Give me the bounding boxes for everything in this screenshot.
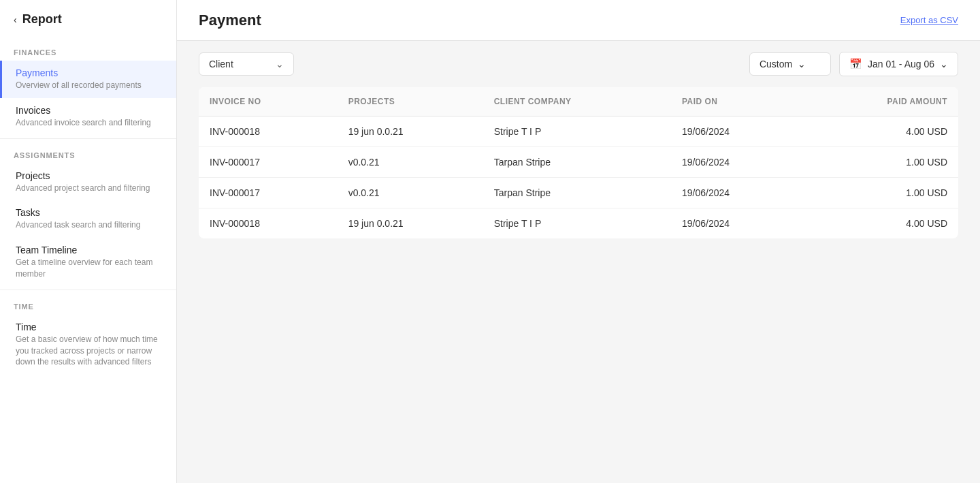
table-header: INVOICE NO PROJECTS CLIENT COMPANY PAID …	[199, 87, 958, 116]
sidebar-item-team-timeline-desc: Get a timeline overview for each team me…	[16, 257, 163, 280]
sidebar-item-payments[interactable]: Payments Overview of all recorded paymen…	[0, 61, 176, 98]
cell-paid-on: 19/06/2024	[671, 147, 802, 178]
col-projects: PROJECTS	[338, 87, 483, 116]
col-client-company: CLIENT COMPANY	[483, 87, 671, 116]
custom-period-label: Custom	[760, 59, 792, 69]
section-label-finances: FINANCES	[0, 39, 176, 61]
table-body: INV-000018 19 jun 0.0.21 Stripe T I P 19…	[199, 116, 958, 239]
cell-client-company: Stripe T I P	[483, 116, 671, 147]
sidebar-item-tasks-title: Tasks	[16, 207, 163, 218]
client-filter-dropdown[interactable]: Client ⌄	[199, 52, 294, 76]
sidebar-item-projects-desc: Advanced project search and filtering	[16, 183, 163, 194]
sidebar-item-time[interactable]: Time Get a basic overview of how much ti…	[0, 315, 176, 375]
cell-invoice-no: INV-000017	[199, 178, 338, 208]
payments-table: INVOICE NO PROJECTS CLIENT COMPANY PAID …	[199, 87, 958, 238]
cell-paid-amount: 1.00 USD	[802, 178, 958, 208]
sidebar: ‹ Report FINANCES Payments Overview of a…	[0, 0, 177, 483]
sidebar-item-projects[interactable]: Projects Advanced project search and fil…	[0, 163, 176, 201]
sidebar-item-team-timeline-title: Team Timeline	[16, 245, 163, 255]
date-range-dropdown[interactable]: 📅 Jan 01 - Aug 06 ⌄	[839, 52, 958, 76]
cell-projects: 19 jun 0.0.21	[338, 208, 483, 239]
cell-invoice-no: INV-000017	[199, 147, 338, 178]
main-header: Payment Export as CSV	[177, 0, 980, 41]
table-container: INVOICE NO PROJECTS CLIENT COMPANY PAID …	[177, 87, 980, 483]
chevron-down-icon-3: ⌄	[940, 59, 948, 69]
divider-1	[0, 138, 176, 139]
sidebar-item-time-title: Time	[16, 322, 163, 332]
back-button[interactable]: ‹ Report	[0, 0, 176, 39]
cell-paid-amount: 4.00 USD	[802, 116, 958, 147]
sidebar-item-time-desc: Get a basic overview of how much time yo…	[16, 334, 163, 368]
main-content: Payment Export as CSV Client ⌄ Custom ⌄ …	[177, 0, 980, 483]
chevron-down-icon: ⌄	[276, 59, 284, 69]
col-invoice-no: INVOICE NO	[199, 87, 338, 116]
table-header-row: INVOICE NO PROJECTS CLIENT COMPANY PAID …	[199, 87, 958, 116]
section-label-assignments: ASSIGNMENTS	[0, 142, 176, 163]
cell-projects: v0.0.21	[338, 178, 483, 208]
cell-invoice-no: INV-000018	[199, 208, 338, 239]
sidebar-item-team-timeline[interactable]: Team Timeline Get a timeline overview fo…	[0, 238, 176, 287]
date-range-label: Jan 01 - Aug 06	[868, 59, 934, 69]
section-label-time: TIME	[0, 293, 176, 315]
chevron-down-icon-2: ⌄	[798, 59, 806, 69]
cell-paid-on: 19/06/2024	[671, 208, 802, 239]
page-title: Payment	[199, 12, 261, 29]
sidebar-item-projects-title: Projects	[16, 170, 163, 181]
client-filter-label: Client	[209, 59, 233, 69]
cell-paid-amount: 4.00 USD	[802, 208, 958, 239]
cell-client-company: Tarpan Stripe	[483, 147, 671, 178]
cell-invoice-no: INV-000018	[199, 116, 338, 147]
table-row: INV-000017 v0.0.21 Tarpan Stripe 19/06/2…	[199, 147, 958, 178]
sidebar-item-tasks-desc: Advanced task search and filtering	[16, 219, 163, 231]
table-row: INV-000018 19 jun 0.0.21 Stripe T I P 19…	[199, 116, 958, 147]
cell-client-company: Stripe T I P	[483, 208, 671, 239]
divider-2	[0, 290, 176, 290]
col-paid-on: PAID ON	[671, 87, 802, 116]
sidebar-item-invoices[interactable]: Invoices Advanced invoice search and fil…	[0, 98, 176, 136]
export-csv-button[interactable]: Export as CSV	[900, 15, 958, 25]
cell-projects: v0.0.21	[338, 147, 483, 178]
back-icon: ‹	[14, 14, 17, 25]
cell-client-company: Tarpan Stripe	[483, 178, 671, 208]
cell-paid-on: 19/06/2024	[671, 178, 802, 208]
table-row: INV-000017 v0.0.21 Tarpan Stripe 19/06/2…	[199, 178, 958, 208]
sidebar-item-tasks[interactable]: Tasks Advanced task search and filtering	[0, 200, 176, 238]
cell-paid-amount: 1.00 USD	[802, 147, 958, 178]
col-paid-amount: PAID AMOUNT	[802, 87, 958, 116]
sidebar-item-payments-title: Payments	[16, 67, 163, 78]
table-row: INV-000018 19 jun 0.0.21 Stripe T I P 19…	[199, 208, 958, 239]
calendar-icon: 📅	[849, 58, 862, 70]
cell-paid-on: 19/06/2024	[671, 116, 802, 147]
cell-projects: 19 jun 0.0.21	[338, 116, 483, 147]
custom-period-dropdown[interactable]: Custom ⌄	[749, 52, 831, 76]
sidebar-title: Report	[22, 12, 62, 27]
sidebar-item-invoices-title: Invoices	[16, 105, 163, 116]
sidebar-item-invoices-desc: Advanced invoice search and filtering	[16, 117, 163, 129]
toolbar: Client ⌄ Custom ⌄ 📅 Jan 01 - Aug 06 ⌄	[177, 41, 980, 87]
sidebar-item-payments-desc: Overview of all recorded payments	[16, 80, 163, 91]
